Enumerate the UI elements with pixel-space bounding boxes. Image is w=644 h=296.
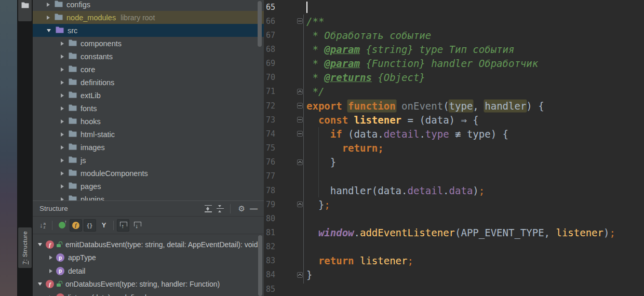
fold-start-icon[interactable] [297,18,303,24]
line-number[interactable]: 83 [264,256,281,265]
line-number[interactable]: 77 [264,171,281,181]
tree-item-moduleComponents[interactable]: moduleComponents [33,167,264,180]
tool-button-project[interactable]: 1 [18,0,32,21]
fold-end-icon[interactable] [297,159,303,165]
code-line-78[interactable]: 78 handler(data.detail.data); [264,183,644,197]
chevron-right-icon[interactable] [61,42,64,46]
line-number[interactable]: 71 [264,87,281,96]
structure-item[interactable]: flistener(data): undefined [33,291,264,296]
line-number[interactable]: 81 [264,228,281,237]
chevron-right-icon[interactable] [61,106,64,111]
tree-item-js[interactable]: js [33,154,264,167]
line-number[interactable]: 80 [264,214,281,223]
tree-item-html-static[interactable]: html-static [33,128,264,141]
line-number[interactable]: 69 [264,59,281,68]
code-line-69[interactable]: 69 * @param {Function} handler Обработчи… [264,57,644,71]
tree-item-core[interactable]: core [33,63,264,76]
tree-item-fonts[interactable]: fonts [33,102,264,115]
structure-tree[interactable]: femitDatabusEvent(type: string, detail: … [33,234,264,296]
code-line-83[interactable]: 83 return listener; [264,254,644,268]
structure-item[interactable]: fonDatabusEvent(type: string, handler: F… [33,278,264,291]
code-line-73[interactable]: 73 const listener = (data) ⇒ { [264,113,644,127]
line-number[interactable]: 84 [264,270,281,279]
structure-item[interactable]: pappType [33,251,264,264]
chevron-right-icon[interactable] [49,269,52,273]
line-number[interactable]: 79 [264,200,281,209]
code-line-74[interactable]: 74 if (data.detail.type ≢ type) { [264,127,644,141]
code-line-71[interactable]: 71 */ [264,85,644,99]
code-line-70[interactable]: 70 * @returns {Object} [264,71,644,85]
project-tree-scrollbar[interactable] [258,1,262,47]
line-number[interactable]: 74 [264,129,281,139]
code-editor[interactable]: 6566/**67 * Обработать событие68 * @para… [264,0,644,296]
tree-item-extLib[interactable]: extLib [33,89,264,102]
show-fields-icon[interactable]: {} [84,219,96,232]
show-functions-icon[interactable]: f [70,219,82,232]
fold-end-icon[interactable] [297,272,303,278]
fold-start-icon[interactable] [297,103,303,109]
structure-tree-scrollbar[interactable] [258,235,262,296]
fold-end-icon[interactable] [297,89,303,95]
settings-gear-icon[interactable]: ⚙ [238,204,245,213]
expand-all-icon[interactable] [205,205,212,212]
chevron-down-icon[interactable] [38,282,42,286]
autoscroll-to-source-icon[interactable]: ↑ [117,219,129,232]
line-number[interactable]: 75 [264,143,281,153]
sort-by-visibility-icon[interactable]: ↑ [56,219,68,232]
chevron-down-icon[interactable] [47,29,51,32]
line-number[interactable]: 76 [264,157,281,167]
show-inherited-icon[interactable]: Y [98,219,110,232]
code-line-79[interactable]: 79 }; [264,197,644,211]
code-line-65[interactable]: 65 [264,0,644,14]
tree-item-constants[interactable]: constants [33,50,264,63]
structure-item[interactable]: pdetail [33,264,264,277]
line-number[interactable]: 66 [264,17,281,26]
project-tree[interactable]: configsnode_moduleslibrary rootsrccompon… [33,0,264,200]
code-line-68[interactable]: 68 * @param {string} type Тип события [264,42,644,56]
line-number[interactable]: 85 [264,285,281,294]
chevron-right-icon[interactable] [61,68,64,72]
line-number[interactable]: 68 [264,45,281,54]
chevron-right-icon[interactable] [49,255,52,260]
autoscroll-from-source-icon[interactable]: ↓ [131,219,143,232]
code-line-80[interactable]: 80 [264,211,644,225]
tool-button-structure[interactable]: 7: Structure [18,227,32,268]
fold-end-icon[interactable] [297,201,303,207]
chevron-right-icon[interactable] [61,171,64,176]
chevron-down-icon[interactable] [38,243,42,246]
tree-item-components[interactable]: components [33,37,264,50]
line-number[interactable]: 78 [264,186,281,195]
fold-start-icon[interactable] [297,117,303,123]
chevron-right-icon[interactable] [61,158,64,163]
sort-alphabetically-icon[interactable]: ↓az [36,219,49,232]
collapse-all-icon[interactable] [217,205,224,212]
chevron-right-icon[interactable] [47,16,50,20]
chevron-right-icon[interactable] [61,132,64,137]
chevron-right-icon[interactable] [47,3,50,7]
tree-item-node_modules[interactable]: node_moduleslibrary root [33,11,264,24]
code-line-72[interactable]: 72export function onEvent(type, handler)… [264,99,644,113]
line-number[interactable]: 72 [264,101,281,111]
code-line-77[interactable]: 77 [264,169,644,183]
code-line-66[interactable]: 66/** [264,14,644,28]
chevron-right-icon[interactable] [61,184,64,189]
code-line-84[interactable]: 84} [264,268,644,282]
tree-item-src[interactable]: src [33,24,264,37]
code-line-76[interactable]: 76 } [264,155,644,169]
line-number[interactable]: 73 [264,115,281,125]
chevron-right-icon[interactable] [61,80,64,85]
code-line-67[interactable]: 67 * Обработать событие [264,28,644,42]
chevron-right-icon[interactable] [61,55,64,59]
code-line-75[interactable]: 75 return; [264,141,644,155]
chevron-right-icon[interactable] [61,145,64,150]
chevron-right-icon[interactable] [61,119,64,124]
hide-panel-icon[interactable]: — [250,204,258,213]
tree-item-definitions[interactable]: definitions [33,76,264,89]
tree-item-hooks[interactable]: hooks [33,115,264,128]
structure-item[interactable]: femitDatabusEvent(type: string, detail: … [33,238,264,251]
code-line-85[interactable]: 85 [264,282,644,296]
code-line-82[interactable]: 82 [264,240,644,254]
tree-item-pages[interactable]: pages [33,180,264,193]
line-number[interactable]: 82 [264,242,281,251]
tree-item-images[interactable]: images [33,141,264,154]
